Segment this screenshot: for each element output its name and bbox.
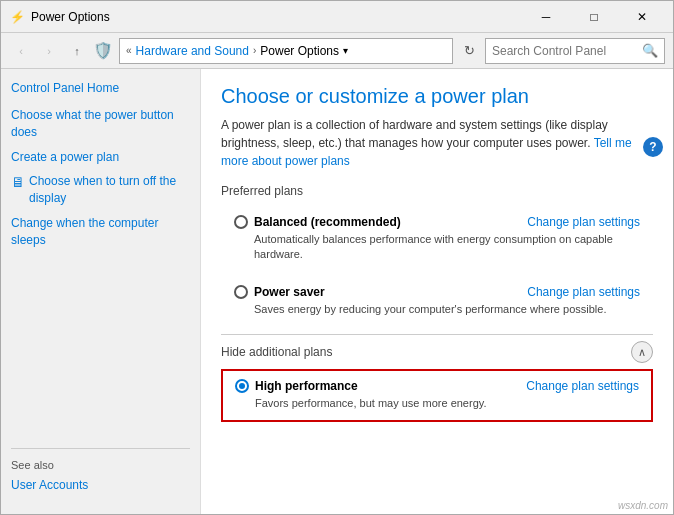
breadcrumb-bar: « Hardware and Sound › Power Options ▾ (119, 38, 453, 64)
minimize-button[interactable]: ─ (523, 2, 569, 32)
sidebar-link-display-label: Choose when to turn off the display (29, 173, 190, 207)
back-button[interactable]: ‹ (9, 39, 33, 63)
high-perf-plan-name: High performance (255, 379, 358, 393)
sidebar: Control Panel Home Choose what the power… (1, 69, 201, 514)
help-button[interactable]: ? (643, 137, 663, 157)
content-wrapper: ? Choose or customize a power plan A pow… (201, 69, 673, 514)
breadcrumb-current: Power Options (260, 44, 339, 58)
sidebar-link-power-button[interactable]: Choose what the power button does (11, 107, 190, 141)
window-icon: ⚡ (9, 9, 25, 25)
forward-button[interactable]: › (37, 39, 61, 63)
balanced-plan-desc: Automatically balances performance with … (254, 232, 640, 263)
window-title: Power Options (31, 10, 523, 24)
breadcrumb-separator-left: « (126, 45, 132, 56)
search-input[interactable] (492, 44, 642, 58)
accordion-header: Hide additional plans ∧ (221, 334, 653, 369)
high-perf-radio-inner (239, 383, 245, 389)
preferred-plans-label: Preferred plans (221, 184, 653, 198)
search-icon: 🔍 (642, 43, 658, 58)
user-accounts-label: User Accounts (11, 477, 88, 494)
accordion-toggle[interactable]: ∧ (631, 341, 653, 363)
power-saver-plan-item: Power saver Change plan settings Saves e… (221, 276, 653, 326)
balanced-radio[interactable] (234, 215, 248, 229)
folder-icon: 🛡️ (93, 41, 113, 60)
power-saver-plan-desc: Saves energy by reducing your computer's… (254, 302, 640, 317)
up-button[interactable]: ↑ (65, 39, 89, 63)
breadcrumb-hardware-and-sound[interactable]: Hardware and Sound (136, 44, 249, 58)
high-perf-radio[interactable] (235, 379, 249, 393)
balanced-plan-item: Balanced (recommended) Change plan setti… (221, 206, 653, 272)
breadcrumb-arrow: › (253, 45, 256, 56)
sidebar-link-sleeps-label: Change when the computer sleeps (11, 215, 190, 249)
refresh-button[interactable]: ↻ (457, 39, 481, 63)
search-box: 🔍 (485, 38, 665, 64)
sidebar-link-display-icon: 🖥 (11, 173, 25, 193)
high-perf-change-settings-link[interactable]: Change plan settings (526, 379, 639, 393)
sidebar-link-create-plan-label: Create a power plan (11, 149, 119, 166)
see-also-section: See also User Accounts (11, 448, 190, 502)
sidebar-home-link[interactable]: Control Panel Home (11, 81, 190, 95)
sidebar-link-turn-off-display[interactable]: 🖥 Choose when to turn off the display (11, 173, 190, 207)
maximize-button[interactable]: □ (571, 2, 617, 32)
content-panel: Choose or customize a power plan A power… (201, 69, 673, 514)
sidebar-link-computer-sleeps[interactable]: Change when the computer sleeps (11, 215, 190, 249)
high-perf-plan-desc: Favors performance, but may use more ene… (255, 396, 639, 411)
power-saver-radio[interactable] (234, 285, 248, 299)
close-button[interactable]: ✕ (619, 2, 665, 32)
page-description: A power plan is a collection of hardware… (221, 116, 653, 170)
balanced-change-settings-link[interactable]: Change plan settings (527, 215, 640, 229)
sidebar-link-create-plan[interactable]: Create a power plan (11, 149, 190, 166)
watermark: wsxdn.com (618, 500, 668, 511)
high-performance-plan-item: High performance Change plan settings Fa… (221, 369, 653, 421)
see-also-title: See also (11, 459, 190, 471)
sidebar-link-power-button-label: Choose what the power button does (11, 107, 190, 141)
power-saver-change-settings-link[interactable]: Change plan settings (527, 285, 640, 299)
page-title: Choose or customize a power plan (221, 85, 653, 108)
balanced-plan-name: Balanced (recommended) (254, 215, 401, 229)
accordion-title: Hide additional plans (221, 345, 332, 359)
sidebar-link-user-accounts[interactable]: User Accounts (11, 477, 190, 494)
power-saver-plan-name: Power saver (254, 285, 325, 299)
